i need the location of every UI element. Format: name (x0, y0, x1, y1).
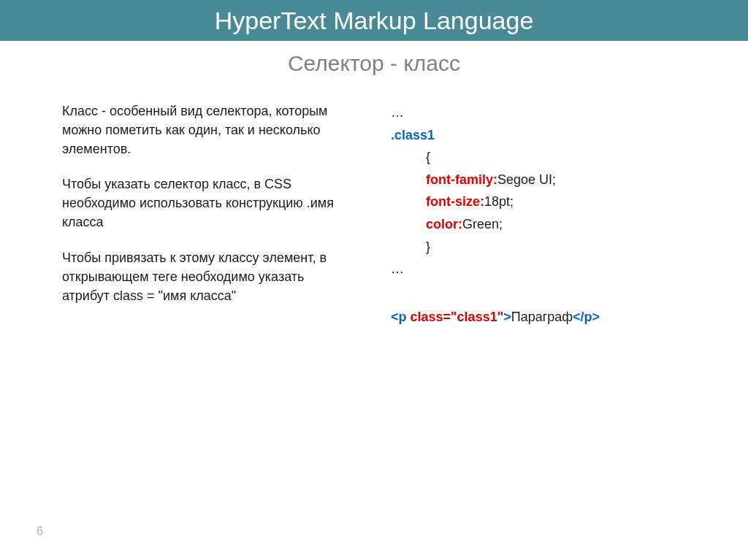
brace-open: { (426, 150, 430, 164)
css-prop-value: Segoe UI; (497, 172, 556, 187)
css-selector: .class1 (391, 128, 435, 142)
angle-bracket: < (391, 310, 399, 324)
html-tag-name: p (399, 310, 411, 324)
css-prop-value: Green; (462, 217, 503, 231)
css-prop-name: font-size: (426, 194, 484, 209)
body-text-column: Класс - особенный вид селектора, которым… (62, 101, 340, 328)
slide-subtitle: Селектор - класс (0, 51, 748, 76)
angle-bracket: > (503, 310, 511, 324)
paragraph-1: Класс - особенный вид селектора, которым… (62, 101, 340, 158)
ellipsis: … (391, 105, 404, 120)
brace-close: } (426, 239, 430, 254)
angle-bracket: </ (573, 310, 584, 324)
css-prop-name: color: (426, 217, 462, 231)
code-column: … .class1 { font-family:Segoe UI; font-s… (340, 101, 708, 328)
angle-bracket: > (592, 310, 600, 324)
html-tag-name: p (584, 310, 592, 324)
css-code-block: … .class1 { font-family:Segoe UI; font-s… (391, 101, 708, 280)
html-text-content: Параграф (511, 310, 573, 324)
page-number: 6 (37, 525, 43, 538)
css-prop-name: font-family: (426, 172, 497, 187)
html-attribute: class="class1" (411, 310, 504, 324)
paragraph-3: Чтобы привязать к этому классу элемент, … (62, 248, 340, 305)
html-code-line: <p class="class1">Параграф</p> (391, 306, 708, 329)
slide-header: HyperText Markup Language (0, 0, 748, 41)
paragraph-2: Чтобы указать селектор класс, в CSS необ… (62, 174, 340, 231)
slide-content: Класс - особенный вид селектора, которым… (0, 76, 748, 328)
css-prop-value: 18pt; (484, 194, 514, 209)
ellipsis: … (391, 261, 404, 276)
slide-title: HyperText Markup Language (215, 7, 534, 35)
